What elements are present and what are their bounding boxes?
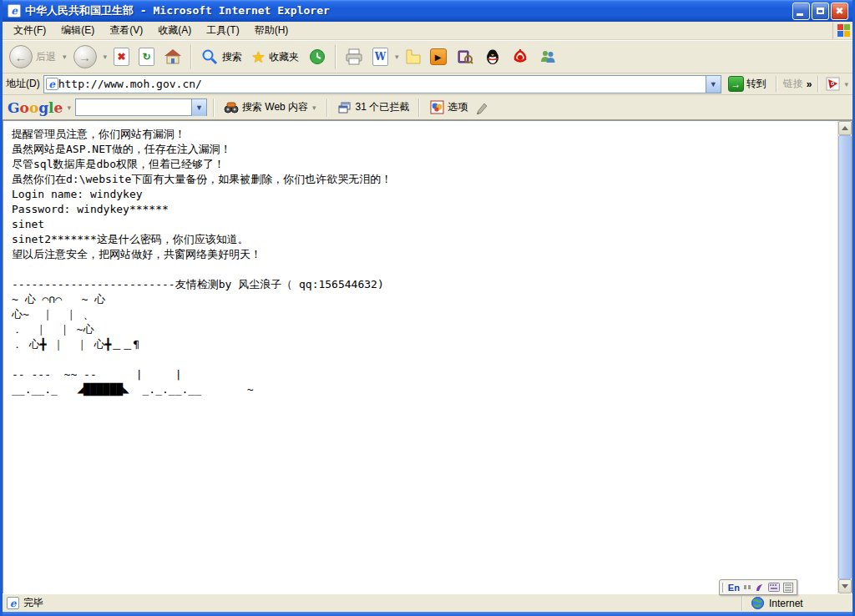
home-button[interactable] [160, 46, 185, 68]
page-text-line: sinet2*******这是什么密码，你们应该知道。 [12, 232, 837, 247]
scroll-up-button[interactable] [838, 121, 852, 135]
go-button[interactable]: → 转到 [725, 75, 770, 93]
sina-button[interactable] [508, 46, 533, 68]
history-button[interactable] [305, 46, 330, 68]
page-text-line: 虽然网站是ASP.NET做的，任存在注入漏洞！ [12, 142, 837, 157]
page-text-line: 尽管sql数据库是dbo权限，但着已经够了！ [12, 157, 837, 172]
home-icon [164, 48, 182, 66]
go-label: 转到 [746, 77, 766, 91]
menu-file[interactable]: 文件(F) [6, 22, 53, 39]
page-text-line: 虽然你们在d:\website下面有大量备份，如果被删除，你们也许欲哭无泪的！ [12, 172, 837, 187]
google-search-web-button[interactable]: 搜索 Web 内容 ▾ [220, 98, 321, 117]
ie-window: e 中华人民共和国卫生部 - Microsoft Internet Explor… [0, 0, 855, 616]
popup-blocker-button[interactable]: 31 个已拦截 [334, 98, 413, 117]
status-left-pane: e 完毕 [4, 596, 742, 611]
menu-view[interactable]: 查看(V) [102, 22, 150, 39]
language-indicator[interactable]: En [728, 583, 740, 593]
google-dropdown-icon[interactable]: ▾ [66, 104, 72, 112]
ime-marks-icon[interactable] [743, 580, 751, 595]
back-dropdown-icon[interactable]: ▾ [62, 53, 68, 61]
signature-line: -------------------------友情检测by 风尘浪子（ qq… [12, 277, 837, 292]
status-text: 完毕 [23, 596, 43, 610]
stop-icon: ✖ [114, 48, 129, 66]
acrobat-dropdown-icon[interactable]: ▾ [843, 80, 849, 88]
page-text-line: Login name: windykey [12, 187, 837, 202]
highlighter-pen-icon[interactable] [474, 100, 489, 115]
refresh-button[interactable]: ↻ [135, 46, 158, 68]
restore-button[interactable] [812, 3, 829, 20]
google-options-button[interactable]: 选项 [426, 98, 471, 117]
vertical-scrollbar[interactable] [837, 121, 852, 593]
ascii-art-line: ~ 心 ⌒∩⌒ ~ 心 [12, 292, 837, 307]
edit-with-word-button[interactable]: W [369, 46, 392, 68]
langbar-menu-icon[interactable] [783, 580, 793, 595]
ascii-art-line: __.__._ ◢██████◣ _._.__.__ ~ [12, 382, 837, 397]
forward-icon: → [73, 45, 97, 68]
menu-tools[interactable]: 工具(T) [199, 22, 246, 39]
close-icon: ✖ [832, 3, 847, 19]
word-icon: W [372, 48, 388, 66]
history-icon [308, 48, 326, 66]
content-area: 提醒管理员注意，你们网站有漏洞！ 虽然网站是ASP.NET做的，任存在注入漏洞！… [3, 120, 852, 593]
sticky-note-icon [406, 49, 421, 64]
ime-pen-icon[interactable] [755, 580, 765, 595]
windows-logo-icon [832, 23, 849, 39]
stop-button[interactable]: ✖ [110, 46, 133, 68]
menu-edit[interactable]: 编辑(E) [53, 22, 102, 39]
favorites-button[interactable]: ★ 收藏夹 [248, 48, 302, 67]
binoculars-icon [224, 100, 239, 115]
status-bar: e 完毕 Internet [3, 593, 852, 612]
restore-icon [817, 8, 824, 14]
langbar-grip[interactable] [722, 583, 725, 593]
google-logo[interactable]: Google [8, 99, 63, 116]
scroll-down-icon [842, 584, 848, 588]
ascii-art-line: 心~ ｜ ｜ 、 [12, 307, 837, 322]
minimize-button[interactable] [792, 3, 810, 20]
qq-button[interactable] [480, 46, 505, 68]
address-bar: 地址(D) e http://www.moh.gov.cn/ ▼ → 转到 链接… [3, 73, 852, 95]
links-label[interactable]: 链接 [783, 77, 803, 91]
address-label: 地址(D) [6, 77, 40, 91]
forward-button[interactable]: → [70, 43, 100, 70]
back-button[interactable]: ← 后退 [6, 43, 59, 70]
menu-bar: 文件(F) 编辑(E) 查看(V) 收藏(A) 工具(T) 帮助(H) [3, 22, 852, 40]
google-separator [326, 98, 328, 117]
close-button[interactable]: ✖ [831, 3, 848, 20]
menu-help[interactable]: 帮助(H) [247, 22, 296, 39]
minimize-icon [797, 13, 803, 16]
keyboard-icon[interactable] [768, 580, 780, 595]
search-icon [200, 48, 219, 66]
ascii-art-line [12, 352, 837, 367]
ascii-art-line: -- --- ~~ -- | | [12, 367, 837, 382]
standard-toolbar: ← 后退 ▾ → ▾ ✖ ↻ 搜索 ★ 收藏夹 [3, 40, 852, 73]
language-bar[interactable]: En [719, 579, 797, 595]
toolbar-separator [335, 44, 336, 69]
dictionary-button[interactable] [453, 46, 478, 68]
notes-button[interactable] [402, 48, 424, 66]
web-page: 提醒管理员注意，你们网站有漏洞！ 虽然网站是ASP.NET做的，任存在注入漏洞！… [3, 121, 837, 593]
scroll-up-icon [842, 126, 848, 130]
scrollbar-thumb[interactable] [838, 135, 852, 579]
address-input[interactable]: e http://www.moh.gov.cn/ ▼ [43, 75, 721, 93]
popup-blocked-label: 31 个已拦截 [356, 100, 410, 114]
messenger-button[interactable] [535, 46, 560, 68]
ie-page-icon: e [8, 4, 21, 18]
popup-blocked-icon [337, 100, 352, 115]
menu-favorites[interactable]: 收藏(A) [150, 22, 199, 39]
google-search-dropdown[interactable]: ▼ [191, 99, 206, 116]
google-search-input[interactable]: ▼ [75, 98, 207, 116]
favorites-star-icon: ★ [251, 49, 266, 65]
print-button[interactable] [341, 46, 367, 68]
edit-dropdown-icon[interactable]: ▾ [394, 53, 400, 61]
search-button[interactable]: 搜索 [197, 46, 245, 68]
page-text-line: 提醒管理员注意，你们网站有漏洞！ [12, 127, 837, 142]
media-button[interactable]: ▶ [427, 47, 450, 67]
ascii-art-line: ． 心╋ ｜ ｜ 心╋＿＿¶ [12, 337, 837, 352]
scroll-down-button[interactable] [838, 579, 852, 593]
forward-dropdown-icon[interactable]: ▾ [103, 53, 109, 61]
page-text-line: 望以后注意安全，把网站做好，共窗网络美好明天！ [12, 247, 837, 262]
address-dropdown-button[interactable]: ▼ [706, 76, 721, 93]
acrobat-icon[interactable] [825, 77, 840, 92]
book-search-icon [456, 48, 474, 66]
links-chevron-icon[interactable]: » [807, 78, 812, 90]
